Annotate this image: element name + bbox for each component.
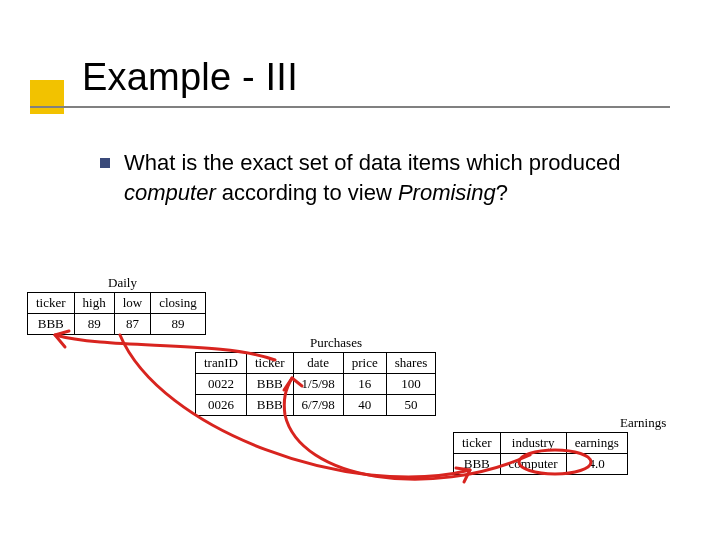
table-row: BBB 89 87 89 (28, 314, 206, 335)
daily-c3: 89 (151, 314, 206, 335)
daily-table: ticker high low closing BBB 89 87 89 (27, 292, 206, 335)
earn-h1: industry (500, 433, 566, 454)
bullet-icon (100, 158, 110, 168)
daily-h0: ticker (28, 293, 75, 314)
title-accent-square (30, 80, 64, 114)
pur-r1c3: 40 (343, 395, 386, 416)
table-row: tranID ticker date price shares (196, 353, 436, 374)
slide-title: Example - III (82, 56, 298, 99)
title-rule (30, 106, 670, 108)
pur-r0c4: 100 (386, 374, 436, 395)
bullet-prefix: What is the exact set of data items whic… (124, 150, 620, 175)
earnings-table: ticker industry earnings BBB computer 4.… (453, 432, 628, 475)
pur-h3: price (343, 353, 386, 374)
pur-r1c1: BBB (246, 395, 293, 416)
bullet-italic-promising: Promising (398, 180, 496, 205)
purchases-table: tranID ticker date price shares 0022 BBB… (195, 352, 436, 416)
pur-r0c2: 1/5/98 (293, 374, 343, 395)
slide: Example - III What is the exact set of d… (0, 0, 720, 540)
pur-r1c4: 50 (386, 395, 436, 416)
pur-h2: date (293, 353, 343, 374)
table-row: ticker high low closing (28, 293, 206, 314)
earn-c0: BBB (454, 454, 501, 475)
pur-r0c3: 16 (343, 374, 386, 395)
pur-h0: tranID (196, 353, 247, 374)
earn-h2: earnings (566, 433, 627, 454)
purchases-label: Purchases (310, 335, 362, 351)
daily-c1: 89 (74, 314, 114, 335)
table-row: 0026 BBB 6/7/98 40 50 (196, 395, 436, 416)
pur-r0c1: BBB (246, 374, 293, 395)
pur-r1c2: 6/7/98 (293, 395, 343, 416)
table-row: ticker industry earnings (454, 433, 628, 454)
daily-h1: high (74, 293, 114, 314)
bullet-italic-computer: computer (124, 180, 216, 205)
daily-h2: low (114, 293, 151, 314)
daily-c0: BBB (28, 314, 75, 335)
earn-c2: 4.0 (566, 454, 627, 475)
earn-c1: computer (500, 454, 566, 475)
table-row: 0022 BBB 1/5/98 16 100 (196, 374, 436, 395)
table-row: BBB computer 4.0 (454, 454, 628, 475)
daily-c2: 87 (114, 314, 151, 335)
pur-r0c0: 0022 (196, 374, 247, 395)
pur-h4: shares (386, 353, 436, 374)
bullet-mid: according to view (216, 180, 398, 205)
earnings-label: Earnings (620, 415, 666, 431)
daily-label: Daily (108, 275, 137, 291)
pur-r1c0: 0026 (196, 395, 247, 416)
bullet-suffix: ? (496, 180, 508, 205)
pur-h1: ticker (246, 353, 293, 374)
daily-h3: closing (151, 293, 206, 314)
bullet-text: What is the exact set of data items whic… (124, 148, 644, 207)
earn-h0: ticker (454, 433, 501, 454)
